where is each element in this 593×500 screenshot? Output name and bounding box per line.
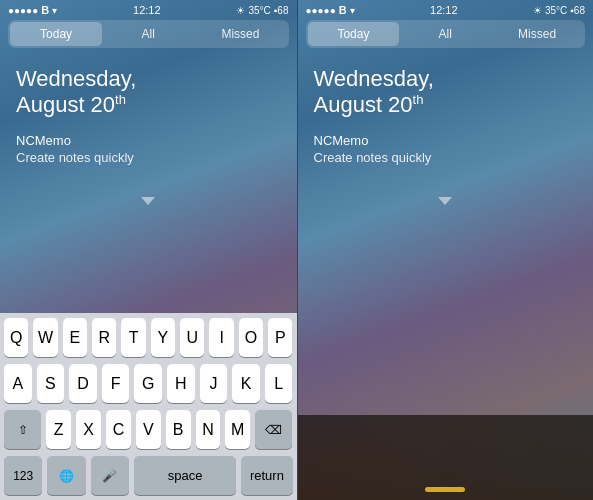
key-d[interactable]: D [69,364,97,403]
key-h[interactable]: H [167,364,195,403]
temp-right: 35°C [545,5,567,16]
key-o[interactable]: O [239,318,263,357]
date-line2-left: August 20th [16,92,281,119]
status-right-right: ☀ 35°C ▪68 [533,5,585,16]
app-desc-left: Create notes quickly [16,150,281,165]
key-q[interactable]: Q [4,318,28,357]
app-name-left: NCMemo [16,133,281,148]
weather-icon-left: ☀ [236,5,245,16]
key-t[interactable]: T [121,318,145,357]
handle-line-icon [425,487,465,492]
app-notification-right: NCMemo Create notes quickly [298,127,594,177]
signal-bars-right: ●●●●● [306,5,336,16]
time-left: 12:12 [133,4,161,16]
key-v[interactable]: V [136,410,161,449]
app-desc-right: Create notes quickly [314,150,578,165]
key-return[interactable]: return [241,456,292,495]
key-f[interactable]: F [102,364,130,403]
tab-missed-right[interactable]: Missed [491,22,583,46]
key-g[interactable]: G [134,364,162,403]
key-r[interactable]: R [92,318,116,357]
time-right: 12:12 [430,4,458,16]
key-b[interactable]: B [166,410,191,449]
key-globe[interactable]: 🌐 [47,456,85,495]
status-left: ●●●●● B ▾ [8,4,57,16]
date-display-left: Wednesday, August 20th [0,56,297,127]
weather-icon-right: ☀ [533,5,542,16]
keyboard-left: Q W E R T Y U I O P A S D F G H J K L ⇧ … [0,313,297,500]
tab-all-right[interactable]: All [399,22,491,46]
key-x[interactable]: X [76,410,101,449]
key-c[interactable]: C [106,410,131,449]
key-e[interactable]: E [63,318,87,357]
app-name-right: NCMemo [314,133,578,148]
tab-today-right[interactable]: Today [308,22,400,46]
battery-left: ▪68 [274,5,289,16]
key-s[interactable]: S [37,364,65,403]
key-z[interactable]: Z [46,410,71,449]
key-mic[interactable]: 🎤 [91,456,129,495]
tab-today-left[interactable]: Today [10,22,102,46]
date-display-right: Wednesday, August 20th [298,56,594,127]
keyboard-row-2: A S D F G H J K L [0,359,297,405]
right-phone: ●●●●● B ▾ 12:12 ☀ 35°C ▪68 Today All Mis… [297,0,594,500]
status-right-left: ☀ 35°C ▪68 [236,5,288,16]
tab-bar-right: Today All Missed [306,20,586,48]
notification-panel-right: Today All Missed Wednesday, August 20th … [298,20,594,215]
tab-missed-left[interactable]: Missed [194,22,286,46]
key-m[interactable]: M [225,410,250,449]
key-delete[interactable]: ⌫ [255,410,292,449]
date-line1-left: Wednesday, [16,66,281,92]
battery-right: ▪68 [570,5,585,16]
status-bar-right: ●●●●● B ▾ 12:12 ☀ 35°C ▪68 [298,0,594,20]
chevron-down-icon-right [438,197,452,205]
date-line1-right: Wednesday, [314,66,578,92]
signal-bars: ●●●●● [8,5,38,16]
left-phone: ●●●●● B ▾ 12:12 ☀ 35°C ▪68 Today All Mis… [0,0,297,500]
keyboard-row-1: Q W E R T Y U I O P [0,313,297,359]
app-notification-left: NCMemo Create notes quickly [0,127,297,177]
notification-panel-left: Today All Missed Wednesday, August 20th … [0,20,297,215]
key-k[interactable]: K [232,364,260,403]
key-l[interactable]: L [265,364,293,403]
status-left-right: ●●●●● B ▾ [306,4,355,16]
date-line2-right: August 20th [314,92,578,119]
key-w[interactable]: W [33,318,57,357]
key-i[interactable]: I [209,318,233,357]
keyboard-row-3: ⇧ Z X C V B N M ⌫ [0,405,297,451]
chevron-area-left [0,177,297,215]
key-n[interactable]: N [196,410,221,449]
key-j[interactable]: J [200,364,228,403]
tab-all-left[interactable]: All [102,22,194,46]
wifi-icon: ▾ [52,5,57,16]
chevron-down-icon-left [141,197,155,205]
carrier-b-right: B [339,4,347,16]
key-y[interactable]: Y [151,318,175,357]
bottom-handle-right[interactable] [425,487,465,492]
status-bar-left: ●●●●● B ▾ 12:12 ☀ 35°C ▪68 [0,0,297,20]
tab-bar-left: Today All Missed [8,20,289,48]
key-numbers[interactable]: 123 [4,456,42,495]
temp-left: 35°C [248,5,270,16]
chevron-area-right [298,177,594,215]
keyboard-row-4: 123 🌐 🎤 space return [0,451,297,500]
carrier-b: B [41,4,49,16]
key-p[interactable]: P [268,318,292,357]
key-shift[interactable]: ⇧ [4,410,41,449]
date-sup-right: th [413,92,424,107]
key-u[interactable]: U [180,318,204,357]
key-space[interactable]: space [134,456,236,495]
wifi-icon-right: ▾ [350,5,355,16]
date-sup-left: th [115,92,126,107]
key-a[interactable]: A [4,364,32,403]
